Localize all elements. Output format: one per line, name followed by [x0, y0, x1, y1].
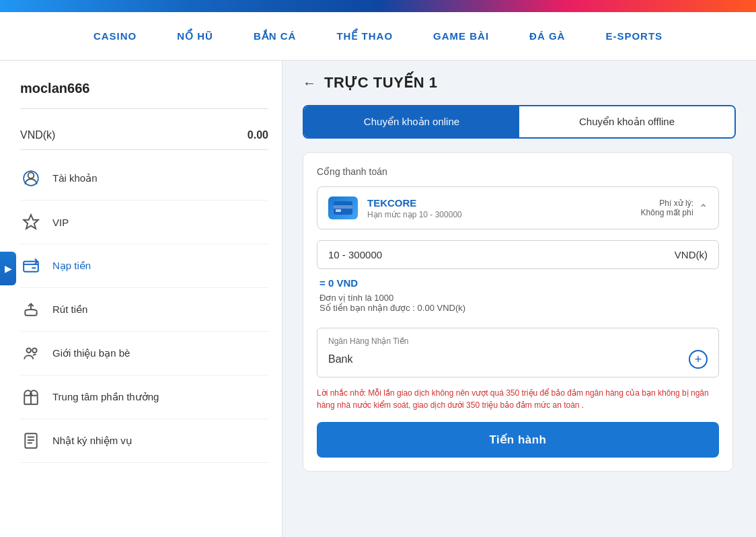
balance-amount: 0.00 — [248, 129, 268, 141]
svg-rect-9 — [334, 205, 352, 209]
svg-point-5 — [32, 348, 36, 353]
vnd-amount: = 0 VND — [319, 277, 716, 289]
vnd-display: = 0 VND Đơn vị tính là 1000 Số tiền bạn … — [317, 277, 719, 325]
sidebar-item-nap-tien[interactable]: Nạp tiền — [20, 244, 268, 288]
provider-limit: Hạn mức nạp 10 - 300000 — [367, 210, 462, 219]
deposit-icon — [20, 255, 42, 277]
add-bank-button[interactable]: + — [689, 350, 708, 369]
nav-item-e-sports[interactable]: E-SPORTS — [605, 28, 663, 44]
right-panel: ← TRỰC TUYẾN 1 Chuyển khoản online Chuyể… — [282, 61, 756, 537]
provider-right: Phí xử lý: Không mất phí ⌃ — [641, 199, 708, 217]
nav-item-ban-ca[interactable]: BẮN CÁ — [254, 28, 297, 45]
sidebar-item-gioi-thieu[interactable]: Giới thiệu bạn bè — [20, 332, 268, 375]
top-banner — [0, 0, 756, 12]
sidebar: moclan666 VND(k) 0.00 Tài khoản VIP — [0, 61, 282, 537]
provider-fee: Phí xử lý: Không mất phí — [641, 199, 693, 217]
tab-online[interactable]: Chuyển khoản online — [304, 106, 519, 137]
receive-note: Số tiền bạn nhận được : 0.00 VND(k) — [319, 303, 716, 313]
bank-row: Bank + — [328, 350, 708, 369]
svg-marker-2 — [24, 215, 38, 229]
sidebar-label-nap-tien: Nạp tiền — [52, 260, 91, 272]
nav-item-game-bai[interactable]: GAME BÀI — [433, 28, 489, 44]
reward-icon — [20, 386, 42, 408]
sidebar-label-nhat-ky: Nhật ký nhiệm vụ — [52, 435, 133, 447]
payment-section-label: Cổng thanh toán — [317, 166, 719, 177]
proceed-button[interactable]: Tiến hành — [317, 422, 719, 458]
svg-point-0 — [28, 172, 34, 178]
chevron-up-icon[interactable]: ⌃ — [699, 202, 708, 215]
panel-title: TRỰC TUYẾN 1 — [324, 74, 438, 92]
provider-info: TEKCORE Hạn mức nạp 10 - 300000 — [367, 197, 462, 219]
vip-icon — [20, 211, 42, 233]
slide-arrow[interactable]: ▶ — [0, 252, 16, 285]
balance-label: VND(k) — [20, 129, 55, 141]
payment-provider-card[interactable]: TEKCORE Hạn mức nạp 10 - 300000 Phí xử l… — [317, 186, 719, 229]
provider-icon — [328, 196, 358, 219]
sidebar-label-gioi-thieu: Giới thiệu bạn bè — [52, 347, 130, 359]
sidebar-item-trung-tam[interactable]: Trung tâm phần thưởng — [20, 375, 268, 419]
amount-range: 10 - 300000 — [328, 249, 382, 260]
navbar: CASINO NỔ HŨ BẮN CÁ THỂ THAO GAME BÀI ĐÁ… — [0, 12, 756, 61]
provider-name: TEKCORE — [367, 197, 462, 209]
mission-icon — [20, 430, 42, 452]
panel-header: ← TRỰC TUYẾN 1 — [303, 74, 736, 92]
svg-rect-10 — [336, 209, 341, 212]
fee-label: Phí xử lý: — [641, 199, 693, 208]
bank-section: Ngân Hàng Nhận Tiền Bank + — [317, 328, 719, 378]
nav-item-no-hu[interactable]: NỔ HŨ — [177, 28, 213, 45]
nav-item-the-thao[interactable]: THỂ THAO — [336, 28, 393, 45]
sidebar-username: moclan666 — [20, 81, 268, 109]
svg-rect-7 — [25, 433, 36, 448]
fee-value: Không mất phí — [641, 208, 693, 217]
sidebar-item-vip[interactable]: VIP — [20, 201, 268, 244]
bank-name: Bank — [328, 353, 352, 365]
currency-label: VND(k) — [675, 249, 708, 260]
unit-note: Đơn vị tính là 1000 — [319, 293, 716, 303]
withdraw-icon — [20, 299, 42, 320]
nav-item-da-ga[interactable]: ĐÁ GÀ — [529, 28, 565, 44]
svg-point-4 — [27, 348, 32, 353]
sidebar-label-vip: VIP — [52, 217, 69, 228]
main-content: moclan666 VND(k) 0.00 Tài khoản VIP — [0, 61, 756, 537]
back-button[interactable]: ← — [303, 75, 316, 91]
amount-range-row: 10 - 300000 VND(k) — [317, 240, 719, 269]
sidebar-label-tai-khoan: Tài khoản — [52, 172, 98, 184]
sidebar-item-tai-khoan[interactable]: Tài khoản — [20, 157, 268, 201]
tab-offline[interactable]: Chuyển khoản offline — [519, 106, 734, 137]
payment-container: Cổng thanh toán TEKCORE Hạn mức nạp 10 -… — [303, 152, 733, 472]
sidebar-item-rut-tien[interactable]: Rút tiền — [20, 288, 268, 332]
bank-section-label: Ngân Hàng Nhận Tiền — [328, 336, 708, 346]
account-icon — [20, 168, 42, 189]
warning-text: Lời nhắc nhở: Mỗi lần giao dịch không nê… — [317, 387, 719, 411]
nav-item-casino[interactable]: CASINO — [93, 28, 137, 44]
provider-left: TEKCORE Hạn mức nạp 10 - 300000 — [328, 196, 462, 219]
sidebar-item-nhat-ky[interactable]: Nhật ký nhiệm vụ — [20, 419, 268, 463]
tab-switcher: Chuyển khoản online Chuyển khoản offline — [303, 105, 736, 139]
referral-icon — [20, 343, 42, 364]
sidebar-label-trung-tam: Trung tâm phần thưởng — [52, 391, 159, 403]
sidebar-balance: VND(k) 0.00 — [20, 121, 268, 150]
sidebar-label-rut-tien: Rút tiền — [52, 303, 87, 316]
